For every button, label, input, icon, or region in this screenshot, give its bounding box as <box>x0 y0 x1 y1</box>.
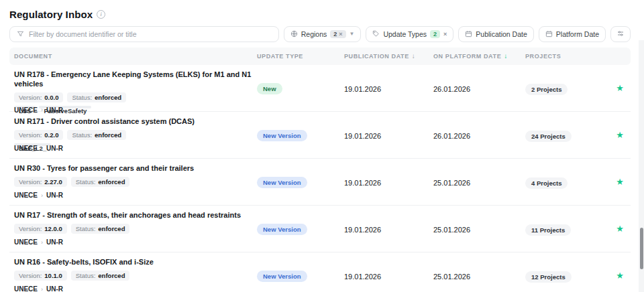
document-cell: UN R16 - Safety-belts, ISOFIX and i-Size… <box>9 252 257 292</box>
column-header-update-type: Update Type <box>257 53 344 60</box>
page-header: Regulatory Inbox i <box>9 7 631 21</box>
breadcrumb: UNECE › UN-R <box>14 145 63 152</box>
table-body: UN R178 - Emergency Lane Keeping Systems… <box>9 65 631 292</box>
update-type-badge: New Version <box>257 271 307 282</box>
publication-date-cell: 19.01.2026 <box>344 270 433 282</box>
publication-date-cell: 19.01.2026 <box>344 176 433 188</box>
status-pill: Status: enforced <box>67 92 126 102</box>
breadcrumb-separator: › <box>41 286 43 292</box>
publication-date-filter-button[interactable]: Publication Date <box>458 26 533 42</box>
update-type-cell: New Version <box>257 269 344 282</box>
update-types-filter-label: Update Types <box>383 30 427 38</box>
column-header-projects: Projects <box>525 53 609 60</box>
breadcrumb-item: UNECE <box>14 192 38 199</box>
favorite-star-icon[interactable]: ★ <box>616 224 624 233</box>
chevron-down-icon: ▼ <box>350 31 355 37</box>
projects-cell: 4 Projects <box>525 176 609 188</box>
scrollbar-thumb[interactable] <box>640 228 643 269</box>
breadcrumb-item: UN-R <box>46 145 63 152</box>
scrollbar-track[interactable] <box>639 40 644 292</box>
version-pill: Version: 0.0.0 <box>14 92 63 102</box>
status-pill: Status: enforced <box>71 177 130 187</box>
regulatory-inbox-page: Regulatory Inbox i Regions 2 × ▼ Up <box>0 0 644 292</box>
column-header-document: Document <box>9 53 257 60</box>
publication-date-filter-label: Publication Date <box>476 30 527 38</box>
version-pill: Version: 0.2.0 <box>14 130 63 140</box>
update-type-cell: New <box>257 82 344 94</box>
breadcrumb: UNECE › UN-R <box>14 285 63 292</box>
on-platform-date-cell: 25.01.2026 <box>433 270 525 282</box>
table-row[interactable]: UN R30 - Tyres for passenger cars and th… <box>9 159 631 206</box>
favorite-star-icon[interactable]: ★ <box>616 177 624 186</box>
document-meta: Version: 0.2.0 Status: enforced <box>14 130 126 140</box>
document-meta: Version: 2.27.0 Status: enforced <box>14 177 129 187</box>
breadcrumb-separator: › <box>41 192 43 199</box>
document-cell: UN R171 - Driver control assistance syst… <box>9 112 257 158</box>
document-title: UN R178 - Emergency Lane Keeping Systems… <box>14 70 257 89</box>
status-pill: Status: enforced <box>71 224 130 234</box>
breadcrumb-item: UNECE <box>14 145 38 152</box>
regions-clear-icon[interactable]: × <box>339 31 342 38</box>
search-input[interactable] <box>29 30 272 38</box>
projects-count-pill: 2 Projects <box>525 84 568 95</box>
update-type-cell: New Version <box>257 175 344 188</box>
regions-filter-label: Regions <box>301 30 327 38</box>
version-pill: Version: 10.1.0 <box>14 271 67 281</box>
column-header-publication-date[interactable]: Publication Date ↓ <box>344 53 433 60</box>
search-field-wrap <box>9 26 279 42</box>
favorite-star-icon[interactable]: ★ <box>616 131 624 139</box>
document-meta: Version: 12.0.0 Status: enforced <box>14 224 129 234</box>
table-row[interactable]: UN R171 - Driver control assistance syst… <box>9 112 631 159</box>
platform-date-filter-button[interactable]: Platform Date <box>539 26 606 42</box>
favorite-cell: ★ <box>609 177 631 186</box>
favorite-cell: ★ <box>609 131 631 139</box>
favorite-cell: ★ <box>609 84 631 92</box>
publication-date-cell: 19.01.2026 <box>344 129 433 141</box>
breadcrumb-item: UN-R <box>46 285 63 292</box>
calendar-icon <box>465 30 472 39</box>
update-type-cell: New Version <box>257 129 344 141</box>
favorite-star-icon[interactable]: ★ <box>616 271 624 280</box>
regions-count-badge: 2 × <box>330 30 345 38</box>
breadcrumb-separator: › <box>41 145 43 152</box>
table-row[interactable]: UN R16 - Safety-belts, ISOFIX and i-Size… <box>9 252 631 292</box>
favorite-cell: ★ <box>609 271 631 280</box>
favorite-cell: ★ <box>609 224 631 233</box>
on-platform-date-cell: 26.01.2026 <box>433 129 525 141</box>
sort-desc-icon: ↓ <box>412 53 416 60</box>
on-platform-date-cell: 25.01.2026 <box>433 176 525 188</box>
projects-count-pill: 12 Projects <box>525 271 572 283</box>
publication-date-cell: 19.01.2026 <box>344 223 433 235</box>
update-types-clear-icon[interactable]: × <box>443 31 447 38</box>
table-header-row: Document Update Type Publication Date ↓ … <box>9 48 631 65</box>
update-type-badge: New Version <box>257 177 307 188</box>
projects-count-pill: 4 Projects <box>525 177 568 189</box>
regions-filter-button[interactable]: Regions 2 × ▼ <box>284 26 362 42</box>
column-header-on-platform-date[interactable]: On Platform Date ↓ <box>433 53 525 60</box>
document-cell: UN R17 - Strength of seats, their anchor… <box>9 206 257 252</box>
calendar-icon <box>545 30 553 39</box>
favorite-star-icon[interactable]: ★ <box>616 84 624 92</box>
projects-cell: 2 Projects <box>525 82 609 94</box>
on-platform-date-cell: 25.01.2026 <box>433 223 525 235</box>
update-type-cell: New Version <box>257 222 344 235</box>
table-row[interactable]: UN R17 - Strength of seats, their anchor… <box>9 206 631 252</box>
projects-cell: 24 Projects <box>525 129 609 141</box>
publication-date-cell: 19.01.2026 <box>344 82 433 94</box>
table-row[interactable]: UN R178 - Emergency Lane Keeping Systems… <box>9 65 631 112</box>
breadcrumb-separator: › <box>41 239 43 246</box>
update-types-filter-button[interactable]: Update Types 2 × <box>366 26 453 42</box>
breadcrumb-item: UNECE <box>14 238 38 246</box>
document-meta: Version: 0.0.0 Status: enforced <box>14 92 126 102</box>
table-settings-button[interactable] <box>610 26 631 42</box>
version-pill: Version: 12.0.0 <box>14 224 67 234</box>
sort-desc-icon-active: ↓ <box>504 53 508 60</box>
version-pill: Version: 2.27.0 <box>14 177 67 187</box>
document-meta: Version: 10.1.0 Status: enforced <box>14 271 129 281</box>
update-type-badge: New Version <box>257 130 307 141</box>
document-title: UN R30 - Tyres for passenger cars and th… <box>14 164 194 173</box>
document-cell: UN R178 - Emergency Lane Keeping Systems… <box>9 65 257 111</box>
breadcrumb: UNECE › UN-R <box>14 192 63 199</box>
info-icon[interactable]: i <box>97 10 105 19</box>
breadcrumb: UNECE › UN-R <box>14 238 63 246</box>
